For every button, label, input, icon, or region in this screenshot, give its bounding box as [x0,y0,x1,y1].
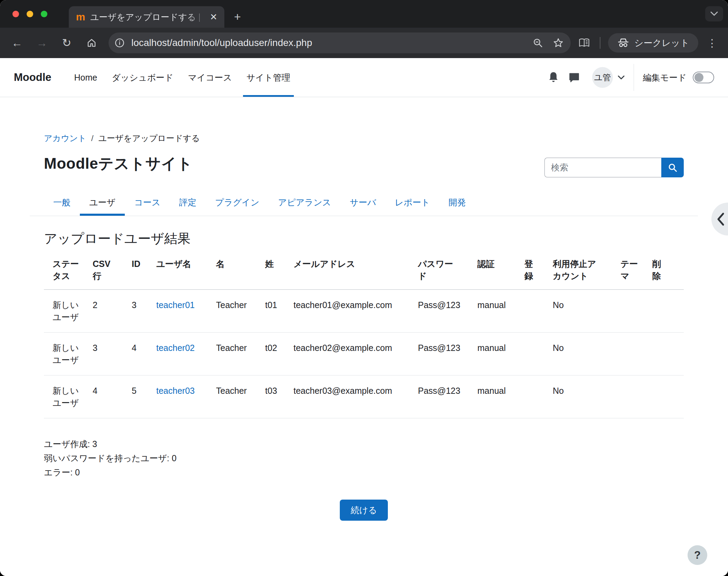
minimize-window-button[interactable] [27,11,33,17]
user-menu-chevron[interactable] [618,75,625,80]
cell-r0-c0: 新しいユーザ [44,290,93,333]
address-bar[interactable]: localhost/admin/tool/uploaduser/index.ph… [109,32,571,53]
chevron-left-icon [716,212,725,226]
back-button[interactable]: ← [9,35,25,51]
navbar-divider [634,64,634,91]
column-header-11: テーマ [620,252,652,290]
search-input[interactable] [544,158,661,177]
cell-r0-c3: teacher01 [156,290,216,333]
table-row: 新しいユーザ34teacher02Teachert02teacher02@exa… [44,333,684,375]
reading-list-icon[interactable] [576,35,592,51]
column-header-3: ユーザ名 [156,252,216,290]
edit-mode-toggle[interactable] [693,72,714,83]
continue-row: 続ける [44,500,684,569]
browser-menu-button[interactable]: ⋮ [705,37,719,49]
user-avatar[interactable]: ユ管 [592,67,613,88]
admin-tab-1[interactable]: ユーザ [80,192,125,216]
close-window-button[interactable] [12,11,19,17]
search-icon [668,163,678,173]
moodle-brand[interactable]: Moodle [14,58,52,97]
breadcrumb-link-accounts[interactable]: アカウント [44,133,86,144]
admin-tab-7[interactable]: レポート [385,192,439,216]
site-info-icon[interactable] [112,35,127,50]
incognito-icon [617,38,629,48]
tab-strip: m ユーザをアップロードする | アカ ✕ + [0,0,728,28]
messages-button[interactable] [565,68,583,86]
nav-item-0[interactable]: Home [71,58,101,97]
new-tab-button[interactable]: + [231,10,244,24]
cell-r2-c7: Pass@123 [418,375,477,418]
chat-icon [568,72,580,83]
primary-navigation: Homeダッシュボードマイコースサイト管理 [71,58,301,97]
zoom-out-icon[interactable] [533,38,543,48]
cell-r0-c12 [652,290,684,333]
column-header-0: ステータス [44,252,93,290]
forward-button[interactable]: → [34,35,50,51]
upload-summary: ユーザ作成: 3弱いパスワードを持ったユーザ: 0エラー: 0 [44,437,684,480]
column-header-2: ID [132,252,156,290]
cell-r1-c9 [524,333,553,375]
column-header-4: 名 [216,252,265,290]
admin-tab-4[interactable]: プラグイン [206,192,269,216]
cell-r2-c8: manual [477,375,524,418]
table-header-row: ステータスCSV行IDユーザ名名姓メールアドレスパスワード認証登録利用停止アカウ… [44,252,684,290]
column-header-12: 削除 [652,252,684,290]
admin-tabs-row: 一般ユーザコース評定プラグインアピアランスサーバレポート開発 [30,192,698,216]
cell-r1-c4: Teacher [216,333,265,375]
username-link[interactable]: teacher03 [156,386,195,396]
browser-window: m ユーザをアップロードする | アカ ✕ + ← → ↻ localhost/… [0,0,728,576]
cell-r2-c3: teacher03 [156,375,216,418]
home-button[interactable] [84,35,100,51]
help-button[interactable]: ? [688,545,707,565]
username-link[interactable]: teacher01 [156,300,195,310]
breadcrumb-separator: / [91,133,94,143]
notifications-button[interactable] [544,68,562,86]
cell-r1-c1: 3 [93,333,132,375]
bookmark-star-icon[interactable] [553,37,564,48]
search-button[interactable] [661,158,684,177]
column-header-8: 認証 [477,252,524,290]
edit-mode-label: 編集モード [643,72,687,83]
cell-r0-c7: Pass@123 [418,290,477,333]
summary-line-1: 弱いパスワードを持ったユーザ: 0 [44,451,684,465]
tab-search-chevron-button[interactable] [705,6,723,21]
admin-search [544,158,684,177]
admin-tabs: 一般ユーザコース評定プラグインアピアランスサーバレポート開発 [44,192,684,216]
toggle-knob [694,73,703,82]
cell-r2-c10: No [553,375,620,418]
column-header-10: 利用停止アカウント [553,252,620,290]
cell-r2-c2: 5 [132,375,156,418]
browser-toolbar: ← → ↻ localhost/admin/tool/uploaduser/in… [0,28,728,58]
cell-r1-c11 [620,333,652,375]
nav-item-1[interactable]: ダッシュボード [108,58,177,97]
admin-tab-5[interactable]: アピアランス [269,192,340,216]
username-link[interactable]: teacher02 [156,343,195,353]
cell-r0-c10: No [553,290,620,333]
breadcrumb-current: ユーザをアップロードする [98,133,200,144]
cell-r2-c1: 4 [93,375,132,418]
cell-r1-c8: manual [477,333,524,375]
cell-r0-c6: teacher01@example.com [293,290,418,333]
chevron-down-icon [618,75,625,80]
admin-tab-0[interactable]: 一般 [44,192,80,216]
table-row: 新しいユーザ45teacher03Teachert03teacher03@exa… [44,375,684,418]
nav-item-3[interactable]: サイト管理 [243,58,294,97]
admin-tab-6[interactable]: サーバ [340,192,385,216]
cell-r0-c2: 3 [132,290,156,333]
url-text[interactable]: localhost/admin/tool/uploaduser/index.ph… [131,37,529,48]
column-header-7: パスワード [418,252,477,290]
cell-r1-c10: No [553,333,620,375]
upload-results-table: ステータスCSV行IDユーザ名名姓メールアドレスパスワード認証登録利用停止アカウ… [44,252,684,418]
cell-r2-c9 [524,375,553,418]
incognito-label: シークレット [634,37,689,49]
moodle-favicon-icon: m [76,12,85,22]
nav-item-2[interactable]: マイコース [185,58,235,97]
reload-button[interactable]: ↻ [59,35,75,51]
zoom-window-button[interactable] [41,11,47,17]
admin-tab-2[interactable]: コース [125,192,170,216]
tab-close-icon[interactable]: ✕ [208,12,219,22]
continue-button[interactable]: 続ける [340,500,388,521]
admin-tab-3[interactable]: 評定 [170,192,206,216]
admin-tab-8[interactable]: 開発 [439,192,475,216]
browser-tab[interactable]: m ユーザをアップロードする | アカ ✕ [69,6,224,28]
